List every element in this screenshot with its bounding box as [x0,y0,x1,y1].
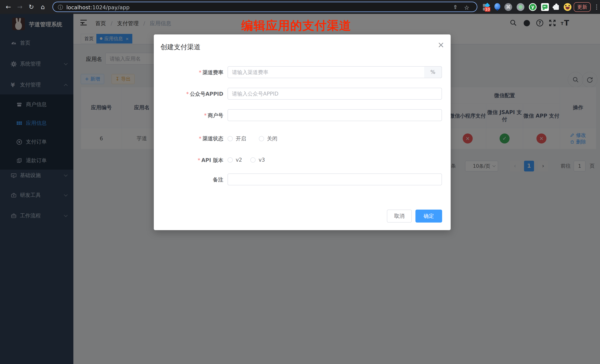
radio-circle-icon [227,157,233,163]
extension-emoji-icon[interactable] [564,3,572,11]
browser-chrome: ← → ↻ ⌂ ⓘ localhost:1024/pay/app ⇧ ☆ 10 … [0,0,600,14]
extension-password-icon[interactable]: 10 [483,3,490,11]
radio-circle-icon [250,157,255,163]
annotation-text: 编辑应用的支付渠道 [241,18,351,34]
appid-input[interactable] [227,88,442,100]
radio-status-on[interactable]: 开启 [227,135,246,142]
extension-chat-icon[interactable] [541,3,549,11]
browser-home-icon[interactable]: ⌂ [38,3,47,11]
radio-v2[interactable]: v2 [227,157,242,163]
address-bar[interactable]: ⓘ localhost:1024/pay/app ⇧ ☆ [52,2,477,12]
rate-label: *渠道费率 [154,69,223,76]
browser-forward-icon[interactable]: → [16,3,24,11]
extension-y-icon[interactable]: y [529,3,537,11]
bookmark-star-icon[interactable]: ☆ [464,4,469,11]
channel-status-label: *渠道状态 [154,135,223,142]
extensions-puzzle-icon[interactable] [553,3,560,11]
cancel-button[interactable]: 取消 [387,209,412,223]
extension-command-icon[interactable]: ⌘ [504,3,512,11]
percent-suffix: % [424,66,442,78]
merchant-id-input[interactable] [227,109,442,121]
radio-circle-icon [259,136,264,141]
remark-label: 备注 [154,176,223,183]
confirm-button[interactable]: 确定 [415,209,442,223]
merchant-id-label: *商户号 [154,112,223,119]
site-info-icon[interactable]: ⓘ [58,4,63,11]
radio-v3[interactable]: v3 [250,157,265,163]
browser-update-button[interactable]: 更新 [574,2,591,12]
rate-input[interactable] [227,66,442,78]
browser-back-icon[interactable]: ← [4,3,13,11]
extension-badge: 10 [485,7,490,12]
dialog-close-icon[interactable]: × [438,40,444,49]
create-pay-channel-dialog: 创建支付渠道 × *渠道费率 % *公众号APPID *商户号 *渠道状态 开启… [154,35,451,230]
browser-menu-icon[interactable]: ⋮ [594,3,600,11]
share-icon[interactable]: ⇧ [453,4,458,10]
api-version-label: *API 版本 [154,157,223,164]
browser-reload-icon[interactable]: ↻ [27,3,36,11]
appid-label: *公众号APPID [154,91,223,98]
extension-balloon-icon[interactable] [494,3,501,11]
radio-status-off[interactable]: 关闭 [259,135,277,142]
url-text: localhost:1024/pay/app [66,4,130,10]
remark-input[interactable] [227,173,442,185]
radio-circle-icon [227,136,233,141]
dialog-title: 创建支付渠道 [160,43,200,52]
extension-dot-icon[interactable] [517,3,525,11]
